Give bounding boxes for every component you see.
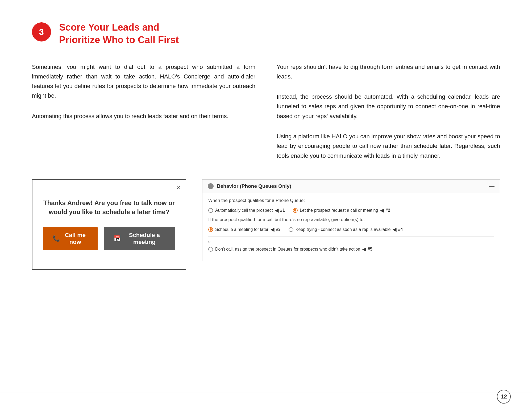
option4-tag-text: #4 — [398, 227, 403, 232]
behavior-title: Behavior (Phone Queues Only) — [217, 183, 291, 189]
text-right-p2: Instead, the process should be automated… — [277, 92, 500, 121]
behavior-subtitle2: If the prospect qualified for a call but… — [208, 217, 494, 222]
option1-label: Automatically call the prospect — [215, 208, 273, 213]
behavior-row-2: Schedule a meeting for later ◀ #3 Keep t… — [208, 227, 494, 233]
bottom-panels: × Thanks Andrew! Are you free to talk no… — [32, 179, 500, 270]
option2-tag: ◀ #2 — [380, 207, 390, 213]
header-section: 3 Score Your Leads and Prioritize Who to… — [32, 21, 500, 46]
option2-tag-text: #2 — [385, 208, 390, 213]
header-title-line2: Prioritize Who to Call First — [59, 34, 179, 45]
text-left-p1: Sometimes, you might want to dial out to… — [32, 62, 255, 101]
footer-line — [0, 392, 532, 392]
behavior-row-3: Don't call, assign the prospect in Queue… — [208, 246, 494, 252]
radio-circle-5 — [208, 247, 213, 252]
close-icon[interactable]: × — [176, 184, 180, 191]
minimize-icon[interactable]: — — [489, 183, 494, 189]
radio-option-5[interactable]: Don't call, assign the prospect in Queue… — [208, 246, 372, 252]
radio-filled-2 — [293, 208, 298, 213]
option5-tag-text: #5 — [368, 247, 372, 252]
option3-tag-text: #3 — [276, 227, 281, 232]
text-left-p2: Automating this process allows you to re… — [32, 111, 255, 121]
option3-label: Schedule a meeting for later — [215, 227, 268, 232]
radio-circle-1 — [208, 208, 213, 213]
arrow-icon-2: ◀ — [380, 207, 384, 213]
page-container: 3 Score Your Leads and Prioritize Who to… — [0, 0, 532, 411]
schedule-meeting-button[interactable]: 📅 Schedule a meeting — [104, 227, 175, 250]
option3-tag: ◀ #3 — [271, 227, 281, 233]
radio-option-3[interactable]: Schedule a meeting for later ◀ #3 — [208, 227, 281, 233]
popup-buttons: 📞 Call me now 📅 Schedule a meeting — [43, 227, 175, 250]
radio-option-1[interactable]: Automatically call the prospect ◀ #1 — [208, 207, 285, 213]
text-section: Sometimes, you might want to dial out to… — [32, 62, 500, 161]
radio-option-2[interactable]: Let the prospect request a call or meeti… — [293, 207, 390, 213]
behavior-panel: Behavior (Phone Queues Only) — When the … — [202, 179, 500, 261]
popup-message: Thanks Andrew! Are you free to talk now … — [43, 198, 175, 216]
behavior-subtitle1: When the prospect qualifies for a Phone … — [208, 198, 494, 203]
arrow-icon-1: ◀ — [275, 207, 279, 213]
call-button-label: Call me now — [63, 232, 88, 246]
calendar-icon: 📅 — [114, 235, 121, 242]
text-col-right: Your reps shouldn't have to dig through … — [277, 62, 500, 161]
option2-label: Let the prospect request a call or meeti… — [300, 208, 378, 213]
text-col-left: Sometimes, you might want to dial out to… — [32, 62, 255, 161]
page-number: 12 — [497, 390, 511, 404]
step-badge: 3 — [32, 22, 51, 41]
text-right-p1: Your reps shouldn't have to dig through … — [277, 62, 500, 82]
or-label: or — [208, 239, 494, 244]
radio-circle-4 — [289, 227, 293, 232]
arrow-icon-4: ◀ — [393, 227, 396, 233]
phone-icon: 📞 — [53, 235, 60, 242]
popup-panel: × Thanks Andrew! Are you free to talk no… — [32, 179, 186, 270]
separator — [208, 236, 494, 236]
header-title-line1: Score Your Leads and — [59, 22, 159, 33]
option1-tag: ◀ #1 — [275, 207, 285, 213]
header-title: Score Your Leads and Prioritize Who to C… — [59, 21, 179, 46]
schedule-button-label: Schedule a meeting — [123, 232, 165, 246]
option4-label: Keep trying - connect as soon as a rep i… — [296, 227, 391, 232]
radio-filled-3 — [208, 227, 213, 232]
arrow-icon-3: ◀ — [271, 227, 274, 233]
option4-tag: ◀ #4 — [393, 227, 403, 233]
behavior-row-1: Automatically call the prospect ◀ #1 Let… — [208, 207, 494, 213]
option1-tag-text: #1 — [280, 208, 285, 213]
behavior-title-row: Behavior (Phone Queues Only) — [208, 183, 291, 189]
option5-label: Don't call, assign the prospect in Queue… — [215, 247, 360, 252]
behavior-body: When the prospect qualifies for a Phone … — [202, 193, 500, 261]
option5-tag: ◀ #5 — [362, 246, 372, 252]
step-number: 3 — [39, 27, 44, 37]
behavior-panel-header: Behavior (Phone Queues Only) — — [202, 180, 500, 193]
call-me-now-button[interactable]: 📞 Call me now — [43, 227, 98, 250]
arrow-icon-5: ◀ — [362, 246, 366, 252]
behavior-icon — [208, 183, 214, 189]
text-right-p3: Using a platform like HALO you can impro… — [277, 132, 500, 161]
radio-option-4[interactable]: Keep trying - connect as soon as a rep i… — [289, 227, 403, 233]
